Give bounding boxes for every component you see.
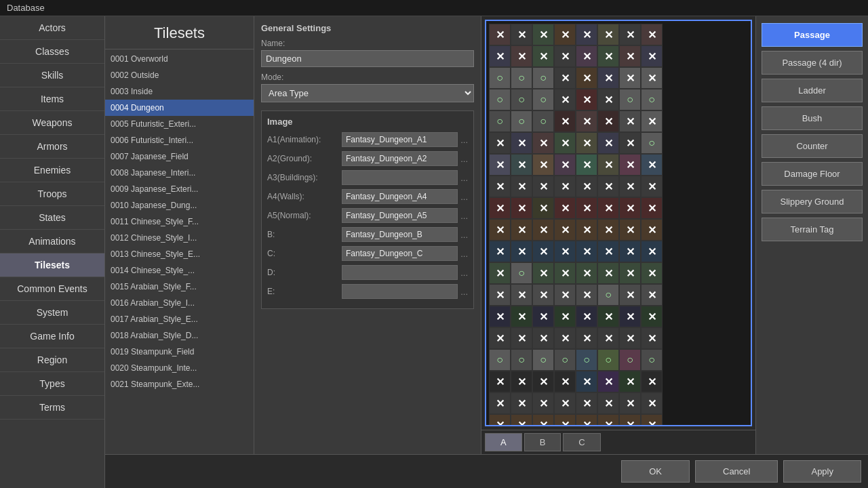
tileset-item-0007[interactable]: 0007 Japanese_Field xyxy=(105,148,254,165)
tile-cell[interactable]: ○ xyxy=(532,110,554,132)
grid-tab-c[interactable]: C xyxy=(563,433,600,451)
right-btn-passage[interactable]: Passage xyxy=(762,23,863,47)
tileset-item-0015[interactable]: 0015 Arabian_Style_F... xyxy=(105,279,254,295)
image-browse-c[interactable]: ... xyxy=(460,249,468,259)
tile-cell[interactable]: ✕ xyxy=(619,284,641,306)
tile-cell[interactable]: ✕ xyxy=(576,110,597,132)
image-browse-d[interactable]: ... xyxy=(460,268,468,278)
tile-cell[interactable]: ✕ xyxy=(511,306,532,327)
tile-cell[interactable]: ✕ xyxy=(554,24,576,45)
tile-cell[interactable]: ✕ xyxy=(576,154,597,176)
tile-cell[interactable]: ✕ xyxy=(576,262,597,284)
tile-cell[interactable]: ✕ xyxy=(641,306,663,327)
tile-cell[interactable]: ✕ xyxy=(511,371,532,392)
tile-cell[interactable]: ✕ xyxy=(641,284,663,306)
tile-cell[interactable]: ✕ xyxy=(597,132,619,154)
tileset-item-0003[interactable]: 0003 Inside xyxy=(105,83,254,100)
ok-button[interactable]: OK xyxy=(621,460,690,483)
tile-cell[interactable]: ○ xyxy=(597,284,619,306)
tile-cell[interactable]: ✕ xyxy=(489,392,511,414)
tile-cell[interactable]: ○ xyxy=(554,349,576,371)
tile-cell[interactable]: ✕ xyxy=(511,284,532,306)
tile-cell[interactable]: ○ xyxy=(511,89,532,110)
image-browse-a1[interactable]: ... xyxy=(460,135,468,145)
tile-cell[interactable]: ✕ xyxy=(489,24,511,45)
tile-cell[interactable]: ✕ xyxy=(554,197,576,219)
tile-cell[interactable]: ✕ xyxy=(641,327,663,349)
tile-cell[interactable]: ✕ xyxy=(511,219,532,241)
grid-tab-a[interactable]: A xyxy=(485,433,522,451)
tile-cell[interactable]: ○ xyxy=(619,89,641,110)
tile-cell[interactable]: ✕ xyxy=(619,176,641,197)
tile-cell[interactable]: ✕ xyxy=(641,392,663,414)
tile-cell[interactable]: ✕ xyxy=(511,414,532,426)
tile-cell[interactable]: ✕ xyxy=(597,110,619,132)
tile-cell[interactable]: ✕ xyxy=(597,414,619,426)
tile-cell[interactable]: ✕ xyxy=(576,132,597,154)
tile-cell[interactable]: ✕ xyxy=(641,110,663,132)
tile-cell[interactable]: ○ xyxy=(511,349,532,371)
tile-cell[interactable]: ✕ xyxy=(619,219,641,241)
right-btn-counter[interactable]: Counter xyxy=(762,134,863,158)
sidebar-item-types[interactable]: Types xyxy=(0,372,104,396)
tileset-item-0018[interactable]: 0018 Arabian_Style_D... xyxy=(105,327,254,344)
tile-cell[interactable]: ✕ xyxy=(532,197,554,219)
sidebar-item-common-events[interactable]: Common Events xyxy=(0,277,104,301)
tile-cell[interactable]: ✕ xyxy=(489,371,511,392)
tile-cell[interactable]: ✕ xyxy=(619,262,641,284)
tileset-item-0016[interactable]: 0016 Arabian_Style_I... xyxy=(105,295,254,311)
tile-cell[interactable]: ✕ xyxy=(641,371,663,392)
tile-cell[interactable]: ✕ xyxy=(641,67,663,89)
image-input-e[interactable] xyxy=(342,284,458,299)
tile-cell[interactable]: ✕ xyxy=(576,371,597,392)
sidebar-item-region[interactable]: Region xyxy=(0,348,104,372)
tile-cell[interactable]: ✕ xyxy=(511,24,532,45)
image-input-a3[interactable] xyxy=(342,170,458,185)
sidebar-item-states[interactable]: States xyxy=(0,206,104,230)
tile-cell[interactable]: ✕ xyxy=(532,219,554,241)
sidebar-item-tilesets[interactable]: Tilesets xyxy=(0,253,104,277)
tile-cell[interactable]: ✕ xyxy=(511,45,532,67)
right-btn-damage-floor[interactable]: Damage Floor xyxy=(762,162,863,186)
tile-cell[interactable]: ✕ xyxy=(641,414,663,426)
sidebar-item-items[interactable]: Items xyxy=(0,87,104,111)
sidebar-item-classes[interactable]: Classes xyxy=(0,40,104,64)
tile-cell[interactable]: ✕ xyxy=(641,262,663,284)
tile-cell[interactable]: ✕ xyxy=(554,45,576,67)
tile-cell[interactable]: ✕ xyxy=(619,392,641,414)
sidebar-item-animations[interactable]: Animations xyxy=(0,230,104,253)
tile-cell[interactable]: ✕ xyxy=(554,414,576,426)
tile-cell[interactable]: ✕ xyxy=(597,67,619,89)
image-browse-a4[interactable]: ... xyxy=(460,192,468,202)
tileset-item-0009[interactable]: 0009 Japanese_Exteri... xyxy=(105,181,254,197)
sidebar-item-enemies[interactable]: Enemies xyxy=(0,159,104,182)
image-input-a5[interactable] xyxy=(342,208,458,223)
tile-cell[interactable]: ○ xyxy=(532,349,554,371)
tile-cell[interactable]: ○ xyxy=(489,110,511,132)
tile-cell[interactable]: ✕ xyxy=(576,89,597,110)
tile-cell[interactable]: ✕ xyxy=(576,284,597,306)
image-browse-e[interactable]: ... xyxy=(460,287,468,297)
tileset-item-0017[interactable]: 0017 Arabian_Style_E... xyxy=(105,311,254,327)
tile-cell[interactable]: ○ xyxy=(511,67,532,89)
name-input[interactable] xyxy=(261,50,474,67)
right-btn-terrain-tag[interactable]: Terrain Tag xyxy=(762,218,863,241)
tile-cell[interactable]: ✕ xyxy=(489,284,511,306)
tile-cell[interactable]: ✕ xyxy=(576,327,597,349)
sidebar-item-system[interactable]: System xyxy=(0,301,104,325)
tileset-item-0021[interactable]: 0021 Steampunk_Exte... xyxy=(105,376,254,392)
tile-cell[interactable]: ✕ xyxy=(576,414,597,426)
tile-cell[interactable]: ○ xyxy=(489,89,511,110)
tile-cell[interactable]: ✕ xyxy=(597,154,619,176)
tile-cell[interactable]: ✕ xyxy=(619,306,641,327)
tile-cell[interactable]: ✕ xyxy=(597,24,619,45)
tile-cell[interactable]: ✕ xyxy=(576,67,597,89)
right-btn-passage4[interactable]: Passage (4 dir) xyxy=(762,51,863,75)
tileset-item-0011[interactable]: 0011 Chinese_Style_F... xyxy=(105,214,254,230)
tile-cell[interactable]: ✕ xyxy=(576,306,597,327)
tile-cell[interactable]: ✕ xyxy=(619,45,641,67)
tile-cell[interactable]: ✕ xyxy=(597,45,619,67)
tile-cell[interactable]: ✕ xyxy=(576,392,597,414)
tile-cell[interactable]: ✕ xyxy=(576,176,597,197)
tileset-item-0012[interactable]: 0012 Chinese_Style_I... xyxy=(105,230,254,246)
